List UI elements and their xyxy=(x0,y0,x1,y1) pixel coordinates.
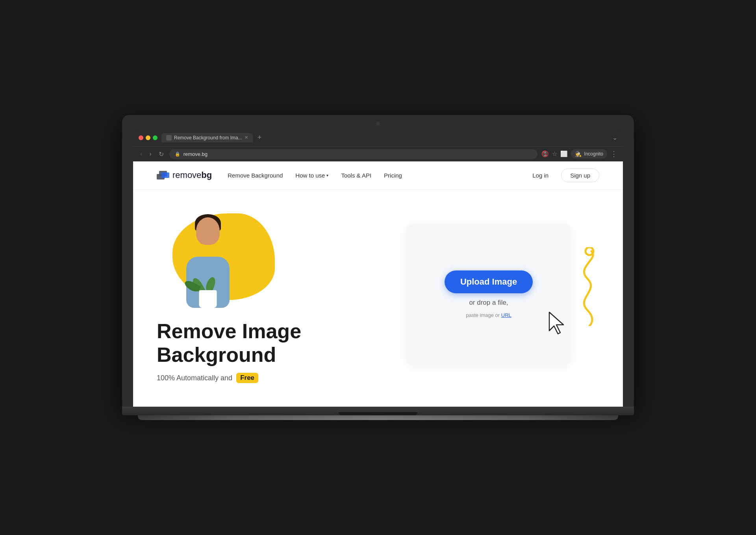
tab-search-icon[interactable]: ⬜ xyxy=(560,150,568,157)
free-badge: Free xyxy=(236,373,258,383)
hero-person-image xyxy=(169,213,247,308)
menu-button[interactable]: ⋮ xyxy=(610,150,617,158)
camera xyxy=(376,122,380,125)
hero-subtitle: 100% Automatically and Free xyxy=(157,373,378,383)
url-text: remove.bg xyxy=(183,151,208,157)
drop-label: or drop a file, xyxy=(469,299,508,307)
bookmark-icon[interactable]: ☆ xyxy=(552,150,557,157)
nav-pricing[interactable]: Pricing xyxy=(384,172,402,179)
plant-pot xyxy=(196,280,220,308)
tab-title: Remove Background from Ima... xyxy=(174,135,242,141)
pot-body xyxy=(199,290,217,308)
site-nav: removebg Remove Background How to use ▾ … xyxy=(133,161,623,190)
tab-favicon xyxy=(166,135,172,141)
laptop-shell: Remove Background from Ima... ✕ + ⌄ ‹ › … xyxy=(122,115,634,420)
logo-icon xyxy=(157,171,169,180)
minimize-window-button[interactable] xyxy=(146,135,150,140)
hero-right: Upload Image or drop a file, paste image… xyxy=(378,224,599,365)
url-link[interactable]: URL xyxy=(501,312,511,318)
tab-close-button[interactable]: ✕ xyxy=(245,135,248,140)
nav-links: Remove Background How to use ▾ Tools & A… xyxy=(228,172,526,179)
upload-image-button[interactable]: Upload Image xyxy=(445,270,533,293)
upload-card[interactable]: Upload Image or drop a file, paste image… xyxy=(406,224,571,365)
incognito-label: Incognito xyxy=(584,151,603,157)
logo[interactable]: removebg xyxy=(157,170,212,180)
signup-button[interactable]: Sign up xyxy=(561,168,599,182)
browser-titlebar: Remove Background from Ima... ✕ + ⌄ xyxy=(133,129,623,146)
chevron-down-icon: ▾ xyxy=(326,173,328,178)
website-content: removebg Remove Background How to use ▾ … xyxy=(133,161,623,407)
refresh-button[interactable]: ↻ xyxy=(157,150,165,159)
traffic-lights xyxy=(139,135,158,140)
plant-leaves xyxy=(198,272,218,292)
active-tab[interactable]: Remove Background from Ima... ✕ xyxy=(161,133,253,143)
window-expand-button[interactable]: ⌄ xyxy=(612,134,617,141)
back-button[interactable]: ‹ xyxy=(139,150,144,158)
browser-actions: 📵 ☆ ⬜ 🕵 Incognito ⋮ xyxy=(541,149,617,159)
screen-bezel: Remove Background from Ima... ✕ + ⌄ ‹ › … xyxy=(122,115,634,407)
nav-remove-background[interactable]: Remove Background xyxy=(228,172,283,179)
incognito-badge: 🕵 Incognito xyxy=(571,149,607,159)
browser-window: Remove Background from Ima... ✕ + ⌄ ‹ › … xyxy=(133,129,623,407)
new-tab-button[interactable]: + xyxy=(255,133,264,142)
address-field[interactable]: 🔒 remove.bg xyxy=(169,149,538,159)
subtitle-text: 100% Automatically and xyxy=(157,374,232,382)
person-head xyxy=(196,217,220,245)
forward-button[interactable]: › xyxy=(148,150,153,158)
hero-section: Remove Image Background 100% Automatical… xyxy=(133,190,623,407)
squiggle-decoration xyxy=(568,247,599,326)
login-button[interactable]: Log in xyxy=(526,169,555,182)
nav-tools-api[interactable]: Tools & API xyxy=(341,172,371,179)
lock-icon: 🔒 xyxy=(175,152,180,157)
close-window-button[interactable] xyxy=(139,135,143,140)
logo-text: removebg xyxy=(172,170,212,180)
person-figure xyxy=(172,217,243,308)
svg-rect-2 xyxy=(161,172,169,178)
hero-image-area xyxy=(157,205,283,308)
nav-how-to-use[interactable]: How to use ▾ xyxy=(295,172,328,179)
incognito-icon: 🕵 xyxy=(575,151,582,157)
tab-bar: Remove Background from Ima... ✕ + xyxy=(161,133,608,143)
cast-icon[interactable]: 📵 xyxy=(541,150,549,157)
paste-label: paste image or URL xyxy=(466,312,511,318)
cursor-icon xyxy=(546,310,568,336)
maximize-window-button[interactable] xyxy=(153,135,158,140)
hero-title: Remove Image Background xyxy=(157,320,378,367)
laptop-foot xyxy=(138,415,618,420)
hero-left: Remove Image Background 100% Automatical… xyxy=(157,205,378,383)
laptop-base xyxy=(122,407,634,415)
nav-actions: Log in Sign up xyxy=(526,168,599,182)
address-bar-row: ‹ › ↻ 🔒 remove.bg 📵 ☆ ⬜ 🕵 Incognito ⋮ xyxy=(133,146,623,161)
